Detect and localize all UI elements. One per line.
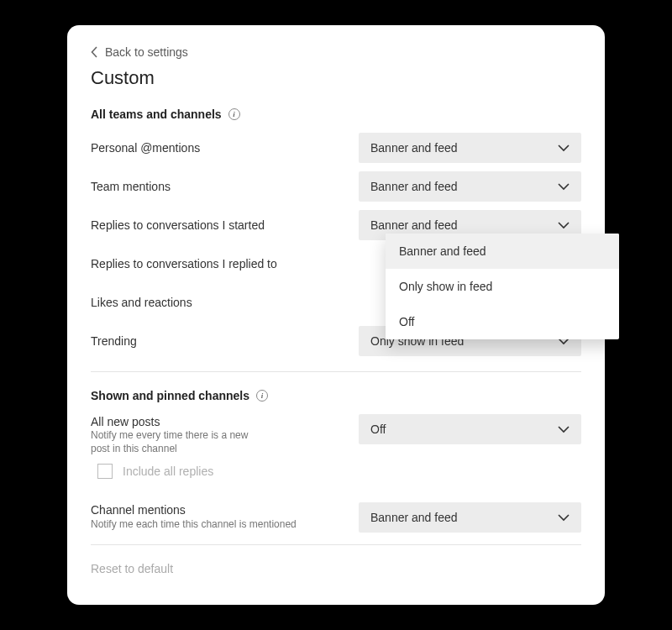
dropdown-item[interactable]: Banner and feed (386, 234, 619, 269)
back-to-settings-link[interactable]: Back to settings (91, 45, 188, 59)
row-label: Replies to conversations I started (91, 218, 349, 233)
page-title: Custom (91, 67, 581, 89)
row-label: Likes and reactions (91, 295, 349, 310)
info-icon[interactable]: i (256, 390, 268, 402)
chevron-left-icon (91, 46, 98, 58)
section-header-label: All teams and channels (91, 108, 222, 121)
row-label: Personal @mentions (91, 140, 349, 155)
row-sublabel: Notify me every time there is a new post… (91, 429, 259, 455)
row-label: Trending (91, 333, 349, 349)
chevron-down-icon (558, 144, 570, 152)
row-all-new-posts: All new posts Notify me every time there… (91, 414, 581, 455)
checkbox-label: Include all replies (123, 465, 213, 478)
select-team-mentions[interactable]: Banner and feed (359, 171, 581, 202)
section-header-teams-channels: All teams and channels i (91, 108, 581, 121)
section-header-label: Shown and pinned channels (91, 389, 249, 402)
divider (91, 544, 581, 545)
checkbox-row-include-replies[interactable]: Include all replies (97, 464, 581, 479)
back-label: Back to settings (105, 45, 188, 59)
row-team-mentions: Team mentions Banner and feed (91, 171, 581, 202)
row-personal-mentions: Personal @mentions Banner and feed (91, 133, 581, 163)
select-value: Banner and feed (370, 218, 458, 232)
select-personal-mentions[interactable]: Banner and feed (359, 133, 581, 163)
row-label: Replies to conversations I replied to (91, 256, 349, 271)
select-all-new-posts[interactable]: Off (359, 414, 581, 444)
dropdown-item[interactable]: Only show in feed (386, 269, 619, 304)
select-value: Banner and feed (370, 141, 458, 155)
dropdown-menu-replies-started: Banner and feed Only show in feed Off (386, 234, 619, 339)
chevron-down-icon (558, 514, 570, 522)
chevron-down-icon (558, 426, 570, 433)
chevron-down-icon (558, 183, 570, 191)
select-value: Off (370, 423, 386, 436)
select-value: Banner and feed (370, 180, 458, 193)
chevron-down-icon (558, 222, 570, 229)
info-icon[interactable]: i (228, 108, 240, 120)
row-label: Team mentions (91, 179, 349, 194)
section-header-shown-pinned: Shown and pinned channels i (91, 389, 581, 402)
row-label: All new posts (91, 414, 349, 429)
select-channel-mentions[interactable]: Banner and feed (359, 502, 581, 533)
select-value: Banner and feed (370, 511, 458, 524)
dropdown-item[interactable]: Off (386, 304, 619, 339)
row-channel-mentions: Channel mentions Notify me each time thi… (91, 502, 581, 533)
reset-to-default-link[interactable]: Reset to default (91, 562, 581, 575)
row-label: Channel mentions (91, 502, 349, 517)
settings-panel: Back to settings Custom All teams and ch… (67, 25, 605, 605)
checkbox[interactable] (97, 464, 113, 479)
row-sublabel: Notify me each time this channel is ment… (91, 518, 309, 532)
divider (91, 371, 581, 372)
